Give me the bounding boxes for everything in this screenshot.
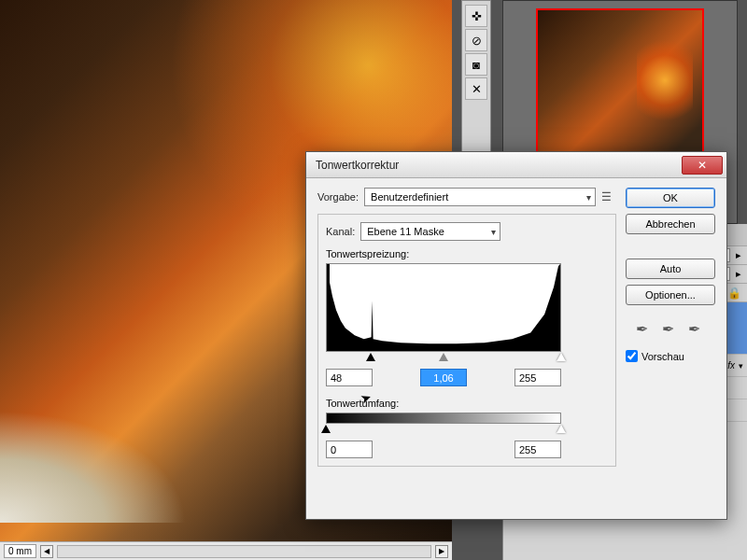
cancel-button[interactable]: Abbrechen <box>626 214 715 234</box>
horizontal-scrollbar[interactable] <box>57 545 431 558</box>
preset-label: Vorgabe: <box>317 191 359 203</box>
camera-icon[interactable]: ◙ <box>465 53 487 76</box>
scroll-left[interactable]: ◀ <box>40 545 53 558</box>
chevron-right-icon[interactable]: ▸ <box>736 249 741 261</box>
dialog-title: Tonwertkorrektur <box>316 159 399 172</box>
input-gamma-field[interactable] <box>420 369 467 386</box>
heal-tool-icon[interactable]: ✜ <box>465 5 487 27</box>
zoom-field[interactable]: 0 mm <box>4 544 36 558</box>
dialog-titlebar[interactable]: Tonwertkorrektur ✕ <box>306 152 726 178</box>
channel-dropdown[interactable]: Ebene 11 Maske <box>360 222 500 241</box>
chevron-down-icon[interactable]: ▾ <box>739 361 743 371</box>
output-black-field[interactable] <box>326 441 373 458</box>
blur-tool-icon[interactable]: ⊘ <box>465 29 487 51</box>
layer-lock-icon[interactable]: 🔒 <box>727 287 741 300</box>
output-gradient[interactable] <box>326 413 561 424</box>
close-button[interactable]: ✕ <box>682 156 723 175</box>
eyedropper-white-icon[interactable]: ✒ <box>688 320 705 337</box>
status-bar: 0 mm ◀ ▶ <box>0 541 452 560</box>
preset-menu-icon[interactable]: ☰ <box>601 190 616 203</box>
output-slider-track[interactable] <box>326 426 561 435</box>
output-black-handle[interactable] <box>321 425 331 434</box>
auto-button[interactable]: Auto <box>626 259 715 279</box>
channel-label: Kanal: <box>326 226 355 237</box>
fx-label[interactable]: fx <box>727 360 735 371</box>
output-levels-label: Tonwertumfang: <box>326 398 608 409</box>
eyedropper-black-icon[interactable]: ✒ <box>636 320 653 337</box>
gamma-handle[interactable] <box>439 353 448 362</box>
output-white-field[interactable] <box>514 441 561 458</box>
input-levels-label: Tonwertspreizung: <box>326 248 608 259</box>
scroll-right[interactable]: ▶ <box>435 545 448 558</box>
preview-checkbox[interactable] <box>626 350 638 362</box>
input-slider-track[interactable] <box>326 354 561 363</box>
ok-button[interactable]: OK <box>626 188 715 208</box>
input-black-field[interactable] <box>326 369 373 386</box>
chevron-right-icon[interactable]: ▸ <box>736 268 741 280</box>
histogram[interactable] <box>326 263 561 352</box>
options-button[interactable]: Optionen... <box>626 285 715 305</box>
levels-dialog: Tonwertkorrektur ✕ Vorgabe: Benutzerdefi… <box>305 151 727 520</box>
options-toolbar: ✜ ⊘ ◙ ✕ <box>461 0 491 159</box>
input-white-field[interactable] <box>514 369 561 386</box>
output-white-handle[interactable] <box>557 425 566 434</box>
eyedropper-gray-icon[interactable]: ✒ <box>662 320 679 337</box>
black-point-handle[interactable] <box>366 353 375 362</box>
tools-icon[interactable]: ✕ <box>465 77 487 100</box>
white-point-handle[interactable] <box>557 353 566 362</box>
preset-dropdown[interactable]: Benutzerdefiniert <box>364 188 596 206</box>
preview-label: Vorschau <box>641 351 684 362</box>
